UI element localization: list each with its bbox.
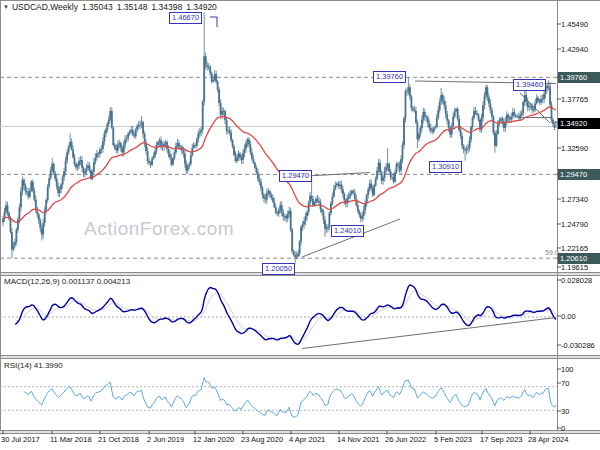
collapse-triangle-icon[interactable]: ▼ (3, 4, 9, 10)
macd-axis-label: 0.00 (561, 312, 576, 321)
price-axis-label: 1.37765 (561, 95, 588, 104)
price-annotation-label: 1.39760 (373, 71, 406, 83)
price-annotation-label: 1.29470 (279, 170, 312, 182)
level-price-badge: 1.29470 (558, 169, 600, 180)
time-axis-label: 17 Sep 2023 (480, 435, 523, 444)
chart-title: ▼USDCAD,Weekly1.350431.351481.343981.349… (3, 2, 217, 12)
time-axis-label: 23 Aug 2020 (241, 435, 283, 444)
level-price-badge: 1.39760 (558, 72, 600, 83)
price-annotation-label: 1.39460 (513, 79, 546, 91)
time-axis-label: 14 Nov 2021 (337, 435, 380, 444)
macd-trendline (302, 318, 556, 349)
price-axis-label: 1.22165 (561, 244, 588, 253)
macd-axis-label: -0.030286 (561, 341, 595, 350)
price-axis-label: 1.24790 (561, 220, 588, 229)
rsi-axis-label: 30 (561, 407, 569, 416)
macd-main-line (15, 285, 556, 344)
price-axis-label: 1.42940 (561, 45, 588, 54)
fib-level-note: 59.0 (545, 249, 559, 256)
time-axis-label: 12 Jan 2020 (193, 435, 234, 444)
time-axis-label: 5 Feb 2023 (434, 435, 472, 444)
price-axis-label: 1.19615 (561, 263, 588, 272)
rsi-line (24, 378, 556, 417)
ohlc-high: 1.35148 (117, 2, 148, 12)
time-axis-label: 21 Oct 2018 (98, 435, 139, 444)
ohlc-open: 1.35043 (82, 2, 113, 12)
price-axis-label: 1.27340 (561, 195, 588, 204)
price-annotation-label: 1.20050 (262, 263, 295, 275)
time-axis-label: 30 Jul 2017 (1, 435, 40, 444)
rsi-pane-label: RSI(14) 41.3990 (4, 361, 63, 370)
macd-axis-label: 0.028028 (561, 276, 592, 285)
symbol-timeframe: USDCAD,Weekly (12, 2, 78, 12)
price-axis-label: 1.32590 (561, 144, 588, 153)
rsi-axis-label: 0 (561, 424, 565, 433)
current-price-badge: 1.34920 (558, 118, 600, 129)
ohlc-low: 1.34398 (151, 2, 182, 12)
time-axis-label: 4 Apr 2021 (289, 435, 325, 444)
price-annotation-label: 1.24010 (331, 225, 364, 237)
time-axis-label: 2 Jun 2019 (147, 435, 184, 444)
time-axis-label: 11 Mar 2018 (50, 435, 92, 444)
rsi-axis-label: 70 (561, 379, 569, 388)
ohlc-close: 1.34920 (186, 2, 217, 12)
price-axis-label: 1.45490 (561, 20, 588, 29)
price-annotation-label: 1.46670 (169, 12, 202, 24)
chart-window: ▼USDCAD,Weekly1.350431.351481.343981.349… (0, 0, 600, 450)
price-annotation-label: 1.30910 (429, 161, 462, 173)
level-price-badge: 1.20610 (558, 253, 600, 264)
time-axis-label: 28 Apr 2024 (528, 435, 568, 444)
macd-pane-label: MACD(12,26,9) 0.001137 0.004213 (4, 277, 130, 286)
watermark: ActionForex.com (84, 218, 234, 240)
macd-signal-line (15, 291, 556, 342)
time-axis-label: 26 Jun 2022 (385, 435, 426, 444)
rsi-axis-label: 100 (561, 365, 574, 374)
